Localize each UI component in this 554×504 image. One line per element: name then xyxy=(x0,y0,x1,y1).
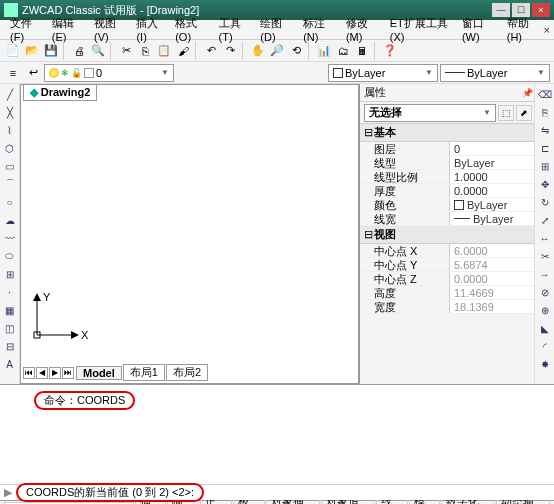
text-icon[interactable]: A xyxy=(2,356,18,372)
property-row[interactable]: 宽度18.1369 xyxy=(360,300,554,314)
block-icon[interactable]: ⊞ xyxy=(2,266,18,282)
group-basic[interactable]: ⊟基本 xyxy=(360,124,554,142)
properties-icon[interactable]: 📊 xyxy=(315,42,333,60)
command-window[interactable]: 命令：COORDS ▶ COORDS的新当前值 (0 到 2) <2>: xyxy=(0,384,554,500)
erase-icon[interactable]: ⌫ xyxy=(537,86,553,102)
menu-insert[interactable]: 插入(I) xyxy=(130,16,169,43)
property-row[interactable]: 中心点 X6.0000 xyxy=(360,244,554,258)
move-icon[interactable]: ✥ xyxy=(537,176,553,192)
open-icon[interactable]: 📂 xyxy=(23,42,41,60)
rotate-icon[interactable]: ↻ xyxy=(537,194,553,210)
menu-help[interactable]: 帮助(H) xyxy=(501,16,544,43)
ellipse-icon[interactable]: ⬭ xyxy=(2,248,18,264)
tab-prev-icon[interactable]: ◀ xyxy=(36,367,48,379)
point-icon[interactable]: · xyxy=(2,284,18,300)
dc-icon[interactable]: 🗂 xyxy=(334,42,352,60)
tab-model[interactable]: Model xyxy=(76,366,122,380)
property-row[interactable]: 线型比例1.0000 xyxy=(360,170,554,184)
property-row[interactable]: 中心点 Y5.6874 xyxy=(360,258,554,272)
paste-icon[interactable]: 📋 xyxy=(155,42,173,60)
line-icon[interactable]: ╱ xyxy=(2,86,18,102)
table-icon[interactable]: ⊟ xyxy=(2,338,18,354)
maximize-button[interactable]: ☐ xyxy=(512,3,530,17)
menu-modify[interactable]: 修改(M) xyxy=(340,16,384,43)
array-icon[interactable]: ⊞ xyxy=(537,158,553,174)
tab-last-icon[interactable]: ⏭ xyxy=(62,367,74,379)
region-icon[interactable]: ◫ xyxy=(2,320,18,336)
group-view[interactable]: ⊟视图 xyxy=(360,226,554,244)
spline-icon[interactable]: 〰 xyxy=(2,230,18,246)
arc-icon[interactable]: ⌒ xyxy=(2,176,18,192)
rect-icon[interactable]: ▭ xyxy=(2,158,18,174)
property-row[interactable]: 线宽ByLayer xyxy=(360,212,554,226)
layer-prev-icon[interactable]: ↩ xyxy=(24,64,42,82)
mirror-icon[interactable]: ⇋ xyxy=(537,122,553,138)
tab-layout1[interactable]: 布局1 xyxy=(123,364,165,381)
collapse-icon[interactable]: ⊟ xyxy=(364,228,374,241)
offset-icon[interactable]: ⊏ xyxy=(537,140,553,156)
pin-icon[interactable]: 📌 xyxy=(520,86,534,100)
xline-icon[interactable]: ╳ xyxy=(2,104,18,120)
tab-next-icon[interactable]: ▶ xyxy=(49,367,61,379)
menu-edit[interactable]: 编辑(E) xyxy=(46,16,88,43)
doc-close-icon[interactable]: × xyxy=(544,24,550,36)
layer-mgr-icon[interactable]: ≡ xyxy=(4,64,22,82)
menu-view[interactable]: 视图(V) xyxy=(88,16,130,43)
explode-icon[interactable]: ✸ xyxy=(537,356,553,372)
cloud-icon[interactable]: ☁ xyxy=(2,212,18,228)
polygon-icon[interactable]: ⬡ xyxy=(2,140,18,156)
copy-icon[interactable]: ⎘ xyxy=(136,42,154,60)
menu-draw[interactable]: 绘图(D) xyxy=(254,16,297,43)
property-row[interactable]: 颜色ByLayer xyxy=(360,198,554,212)
join-icon[interactable]: ⊕ xyxy=(537,302,553,318)
fillet-icon[interactable]: ◜ xyxy=(537,338,553,354)
layer-combo[interactable]: ❄ 🔓 0 ▼ xyxy=(44,64,174,82)
command-prompt[interactable]: COORDS的新当前值 (0 到 2) <2>: xyxy=(16,483,204,502)
property-row[interactable]: 高度11.4669 xyxy=(360,286,554,300)
circle-icon[interactable]: ○ xyxy=(2,194,18,210)
menu-format[interactable]: 格式(O) xyxy=(169,16,212,43)
chamfer-icon[interactable]: ◣ xyxy=(537,320,553,336)
menu-file[interactable]: 文件(F) xyxy=(4,16,46,43)
linetype-combo[interactable]: ByLayer ▼ xyxy=(440,64,550,82)
property-row[interactable]: 线型ByLayer xyxy=(360,156,554,170)
print-icon[interactable]: 🖨 xyxy=(70,42,88,60)
zoom-prev-icon[interactable]: ⟲ xyxy=(287,42,305,60)
menu-tools[interactable]: 工具(T) xyxy=(213,16,255,43)
copy2-icon[interactable]: ⎘ xyxy=(537,104,553,120)
preview-icon[interactable]: 🔍 xyxy=(89,42,107,60)
menu-window[interactable]: 窗口(W) xyxy=(456,16,501,43)
scale-icon[interactable]: ⤢ xyxy=(537,212,553,228)
tab-layout2[interactable]: 布局2 xyxy=(166,364,208,381)
stretch-icon[interactable]: ↔ xyxy=(537,230,553,246)
close-button[interactable]: × xyxy=(532,3,550,17)
extend-icon[interactable]: → xyxy=(537,266,553,282)
hatch-icon[interactable]: ▦ xyxy=(2,302,18,318)
menu-dim[interactable]: 标注(N) xyxy=(297,16,340,43)
break-icon[interactable]: ⊘ xyxy=(537,284,553,300)
property-row[interactable]: 厚度0.0000 xyxy=(360,184,554,198)
drawing-canvas[interactable]: ◆ Drawing2 Y X ⏮ ◀ ▶ ⏭ Model 布局1 布局2 xyxy=(20,84,359,384)
save-icon[interactable]: 💾 xyxy=(42,42,60,60)
property-row[interactable]: 中心点 Z0.0000 xyxy=(360,272,554,286)
pline-icon[interactable]: ⌇ xyxy=(2,122,18,138)
minimize-button[interactable]: — xyxy=(492,3,510,17)
property-row[interactable]: 图层0 xyxy=(360,142,554,156)
redo-icon[interactable]: ↷ xyxy=(221,42,239,60)
help-icon[interactable]: ❓ xyxy=(381,42,399,60)
match-icon[interactable]: 🖌 xyxy=(174,42,192,60)
color-combo[interactable]: ByLayer ▼ xyxy=(328,64,438,82)
pan-icon[interactable]: ✋ xyxy=(249,42,267,60)
calc-icon[interactable]: 🖩 xyxy=(353,42,371,60)
selection-combo[interactable]: 无选择 ▼ xyxy=(364,104,496,122)
zoom-icon[interactable]: 🔎 xyxy=(268,42,286,60)
select-obj-icon[interactable]: ⬈ xyxy=(516,105,532,121)
trim-icon[interactable]: ✂ xyxy=(537,248,553,264)
menu-et[interactable]: ET扩展工具(X) xyxy=(384,16,456,43)
new-icon[interactable]: 📄 xyxy=(4,42,22,60)
undo-icon[interactable]: ↶ xyxy=(202,42,220,60)
collapse-icon[interactable]: ⊟ xyxy=(364,126,374,139)
tab-first-icon[interactable]: ⏮ xyxy=(23,367,35,379)
quick-select-icon[interactable]: ⬚ xyxy=(498,105,514,121)
cut-icon[interactable]: ✂ xyxy=(117,42,135,60)
